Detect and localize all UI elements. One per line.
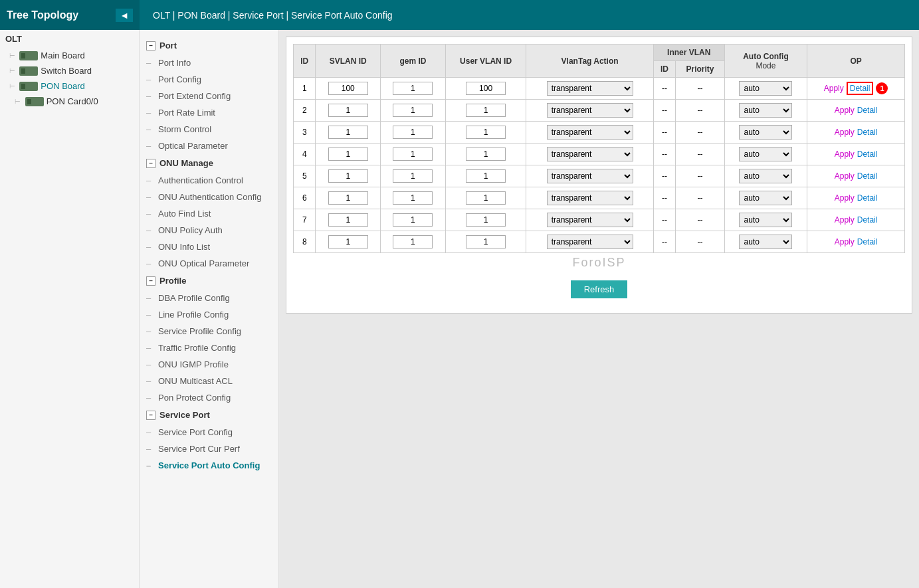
select-vlan-tag[interactable]: transparenttaguntagtranslate bbox=[547, 169, 633, 183]
menu-item-onu-multicast-acl[interactable]: ONU Multicast ACL bbox=[140, 373, 278, 389]
select-auto-mode[interactable]: automanual bbox=[739, 81, 792, 96]
select-auto-mode[interactable]: automanual bbox=[739, 191, 792, 205]
input-user-vlan[interactable] bbox=[466, 147, 506, 161]
section-port[interactable]: – Port bbox=[140, 37, 278, 54]
select-vlan-tag[interactable]: transparenttaguntagtranslate bbox=[547, 81, 633, 96]
badge: 1 bbox=[876, 82, 888, 94]
menu-item-onu-auth-config[interactable]: ONU Authentication Config bbox=[140, 189, 278, 205]
select-vlan-tag[interactable]: transparenttaguntagtranslate bbox=[547, 191, 633, 205]
input-user-vlan[interactable] bbox=[466, 169, 506, 183]
cell-id: 1 bbox=[294, 78, 316, 100]
input-svlan[interactable] bbox=[328, 147, 368, 161]
menu-item-auth-control[interactable]: Authentication Control bbox=[140, 172, 278, 189]
input-gem[interactable] bbox=[393, 169, 433, 183]
detail-link[interactable]: Detail bbox=[857, 149, 878, 159]
select-auto-mode[interactable]: automanual bbox=[739, 213, 792, 227]
select-auto-mode[interactable]: automanual bbox=[739, 147, 792, 161]
detail-link[interactable]: Detail bbox=[857, 237, 878, 246]
sidebar-item-main-board[interactable]: ⊢ Main Board bbox=[0, 48, 139, 63]
cell-inner-id: -- bbox=[653, 122, 675, 144]
apply-link[interactable]: Apply bbox=[835, 106, 855, 115]
detail-link[interactable]: Detail bbox=[857, 171, 878, 181]
input-svlan[interactable] bbox=[328, 213, 368, 227]
menu-item-port-info[interactable]: Port Info bbox=[140, 54, 278, 71]
detail-link[interactable]: Detail bbox=[857, 215, 878, 225]
apply-link[interactable]: Apply bbox=[835, 128, 855, 137]
cell-id: 6 bbox=[294, 187, 316, 209]
detail-link[interactable]: Detail bbox=[857, 193, 878, 203]
select-vlan-tag[interactable]: transparenttaguntagtranslate bbox=[547, 125, 633, 140]
detail-link[interactable]: Detail bbox=[857, 128, 878, 137]
sidebar-item-pon-board[interactable]: ⊢ PON Board bbox=[0, 78, 139, 94]
menu-item-service-port-cur-perf[interactable]: Service Port Cur Perf bbox=[140, 441, 278, 457]
sidebar-item-olt[interactable]: OLT bbox=[0, 30, 139, 48]
input-user-vlan[interactable] bbox=[466, 213, 506, 227]
sidebar-item-pon-card[interactable]: ⊢ PON Card0/0 bbox=[0, 94, 139, 109]
select-auto-mode[interactable]: automanual bbox=[739, 125, 792, 140]
apply-link[interactable]: Apply bbox=[824, 84, 844, 93]
input-user-vlan[interactable] bbox=[466, 82, 506, 95]
input-gem[interactable] bbox=[393, 213, 433, 227]
apply-link[interactable]: Apply bbox=[835, 171, 855, 181]
input-svlan[interactable] bbox=[328, 104, 368, 117]
section-service-port[interactable]: – Service Port bbox=[140, 406, 278, 424]
section-profile[interactable]: – Profile bbox=[140, 272, 278, 290]
menu-item-storm-control[interactable]: Storm Control bbox=[140, 121, 278, 138]
menu-item-onu-optical-param[interactable]: ONU Optical Parameter bbox=[140, 255, 278, 272]
menu-item-dba-profile[interactable]: DBA Profile Config bbox=[140, 290, 278, 306]
input-gem[interactable] bbox=[393, 235, 433, 248]
input-svlan[interactable] bbox=[328, 169, 368, 183]
select-vlan-tag[interactable]: transparenttaguntagtranslate bbox=[547, 103, 633, 118]
sidebar-item-switch-board[interactable]: ⊢ Switch Board bbox=[0, 63, 139, 78]
port-menu: – Port Port Info Port Config Port Extend… bbox=[140, 30, 279, 588]
select-auto-mode[interactable]: automanual bbox=[739, 235, 792, 249]
breadcrumb: OLT | PON Board | Service Port | Service… bbox=[140, 10, 406, 21]
select-vlan-tag[interactable]: transparenttaguntagtranslate bbox=[547, 147, 633, 161]
input-gem[interactable] bbox=[393, 126, 433, 139]
input-user-vlan[interactable] bbox=[466, 104, 506, 117]
toggle-sidebar-button[interactable]: ◄ bbox=[116, 9, 133, 22]
apply-link[interactable]: Apply bbox=[835, 215, 855, 225]
cell-op: ApplyDetail bbox=[807, 144, 905, 165]
refresh-button[interactable]: Refresh bbox=[571, 280, 628, 298]
menu-item-port-extend-config[interactable]: Port Extend Config bbox=[140, 88, 278, 104]
menu-item-traffic-profile[interactable]: Traffic Profile Config bbox=[140, 340, 278, 356]
menu-item-onu-policy-auth[interactable]: ONU Policy Auth bbox=[140, 222, 278, 239]
apply-link[interactable]: Apply bbox=[835, 237, 855, 246]
input-svlan[interactable] bbox=[328, 235, 368, 248]
section-onu-manage[interactable]: – ONU Manage bbox=[140, 154, 278, 172]
select-vlan-tag[interactable]: transparenttaguntagtranslate bbox=[547, 213, 633, 227]
menu-item-pon-protect-config[interactable]: Pon Protect Config bbox=[140, 389, 278, 406]
input-user-vlan[interactable] bbox=[466, 235, 506, 248]
input-user-vlan[interactable] bbox=[466, 191, 506, 205]
menu-item-port-config[interactable]: Port Config bbox=[140, 71, 278, 88]
menu-item-port-rate-limit[interactable]: Port Rate Limit bbox=[140, 104, 278, 121]
menu-item-onu-igmp-profile[interactable]: ONU IGMP Profile bbox=[140, 356, 278, 373]
input-gem[interactable] bbox=[393, 104, 433, 117]
menu-item-service-port-config[interactable]: Service Port Config bbox=[140, 424, 278, 441]
menu-item-service-profile[interactable]: Service Profile Config bbox=[140, 323, 278, 340]
select-auto-mode[interactable]: automanual bbox=[739, 169, 792, 183]
input-svlan[interactable] bbox=[328, 82, 368, 95]
table-row: 5transparenttaguntagtranslate----automan… bbox=[294, 165, 905, 187]
cell-op: ApplyDetail bbox=[807, 209, 905, 231]
input-gem[interactable] bbox=[393, 191, 433, 205]
select-auto-mode[interactable]: automanual bbox=[739, 103, 792, 118]
menu-item-auto-find-list[interactable]: Auto Find List bbox=[140, 205, 278, 222]
menu-item-onu-info-list[interactable]: ONU Info List bbox=[140, 239, 278, 255]
input-svlan[interactable] bbox=[328, 126, 368, 139]
select-vlan-tag[interactable]: transparenttaguntagtranslate bbox=[547, 235, 633, 249]
cell-inner-priority: -- bbox=[676, 187, 725, 209]
menu-item-service-port-auto-config[interactable]: Service Port Auto Config bbox=[140, 457, 278, 474]
input-gem[interactable] bbox=[393, 82, 433, 95]
menu-item-line-profile[interactable]: Line Profile Config bbox=[140, 306, 278, 323]
detail-link[interactable]: Detail bbox=[857, 106, 878, 115]
detail-link[interactable]: Detail bbox=[847, 82, 874, 95]
input-user-vlan[interactable] bbox=[466, 126, 506, 139]
apply-link[interactable]: Apply bbox=[835, 193, 855, 203]
input-gem[interactable] bbox=[393, 147, 433, 161]
menu-item-optical-parameter[interactable]: Optical Parameter bbox=[140, 138, 278, 154]
apply-link[interactable]: Apply bbox=[835, 149, 855, 159]
cell-id: 7 bbox=[294, 209, 316, 231]
input-svlan[interactable] bbox=[328, 191, 368, 205]
